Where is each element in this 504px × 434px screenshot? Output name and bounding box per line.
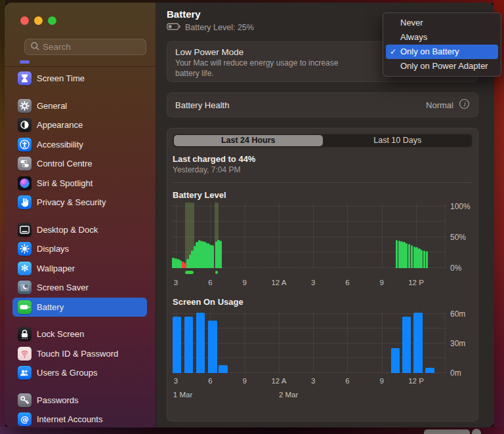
- tab-last-10-days[interactable]: Last 10 Days: [324, 134, 472, 147]
- search-icon: [30, 41, 39, 53]
- cutoff-button[interactable]: [424, 429, 470, 434]
- plot-area: [173, 311, 446, 373]
- chart-bar: [196, 313, 205, 373]
- sidebar-item-label: Accessibility: [37, 140, 83, 149]
- y-axis-label: 0m: [450, 368, 461, 378]
- accessibility-icon: [18, 138, 32, 151]
- h-gridline: [173, 313, 446, 314]
- search-field[interactable]: [24, 39, 146, 55]
- date-label: 2 Mar: [279, 391, 298, 399]
- tab-last-24-hours[interactable]: Last 24 Hours: [174, 135, 323, 146]
- wallpaper-icon: ✻: [18, 262, 32, 275]
- sidebar-item-label: Internet Accounts: [37, 414, 102, 424]
- sidebar-item-label: Control Centre: [37, 159, 93, 168]
- sidebar-item-label: Wallpaper: [37, 264, 75, 273]
- lock-screen-icon: [18, 327, 32, 341]
- sidebar-item-touch-id-password[interactable]: Touch ID & Password: [12, 344, 147, 363]
- date-labels: 1 Mar2 Mar: [173, 391, 446, 400]
- check-icon: ✓: [390, 45, 396, 59]
- sidebar-item-siri-spotlight[interactable]: Siri & Spotlight: [12, 174, 147, 193]
- sidebar-item-appearance[interactable]: Appearance: [12, 115, 147, 134]
- v-gridline: [245, 204, 245, 268]
- sidebar-item-accessibility[interactable]: Accessibility: [12, 135, 147, 154]
- sidebar-item-screen-saver[interactable]: Screen Saver: [12, 278, 147, 297]
- menu-item-always[interactable]: Always: [386, 30, 498, 45]
- x-axis-tick: 12 P: [408, 279, 424, 286]
- menu-item-label: Only on Power Adapter: [400, 61, 488, 71]
- x-axis-tick: 9: [242, 377, 246, 385]
- x-axis-tick: 12 A: [271, 377, 286, 385]
- sidebar-item-label: Screen Time: [37, 73, 85, 83]
- y-axis-label: 30m: [450, 339, 465, 348]
- menu-item-only-on-battery[interactable]: ✓ Only on Battery: [386, 45, 498, 59]
- sidebar-item-internet-accounts[interactable]: @Internet Accounts: [12, 410, 147, 427]
- x-axis-ticks: 36912 A36912 P: [173, 279, 446, 288]
- sidebar-item-wallpaper[interactable]: ✻Wallpaper: [12, 259, 147, 278]
- sidebar-list: Screen TimeGeneralAppearanceAccessibilit…: [12, 69, 147, 427]
- sidebar-item-privacy-security[interactable]: Privacy & Security: [12, 193, 147, 212]
- sidebar-item-displays[interactable]: Displays: [12, 239, 147, 258]
- sidebar-item-desktop-dock[interactable]: Desktop & Dock: [12, 220, 147, 239]
- sidebar-item-battery[interactable]: Battery: [12, 298, 147, 317]
- chart-bar: [211, 245, 213, 268]
- v-gridline: [313, 204, 314, 268]
- touch-id-icon: [18, 347, 32, 361]
- x-axis-tick: 12 A: [271, 279, 286, 286]
- sidebar-item-screen-time[interactable]: Screen Time: [12, 69, 147, 88]
- date-label: 1 Mar: [173, 391, 192, 399]
- x-axis-tick: 3: [311, 377, 315, 385]
- screen-on-usage-chart: 60m30m0m36912 A36912 P1 Mar2 Mar: [173, 311, 478, 400]
- x-axis-tick: 6: [345, 377, 349, 385]
- charging-marker: [215, 271, 218, 274]
- chart-area: 60m30m0m: [173, 311, 478, 373]
- battery-health-label: Battery Health: [175, 100, 426, 110]
- sidebar-item-label: Screen Saver: [37, 283, 89, 292]
- low-power-mode-description: Your Mac will reduce energy usage to inc…: [175, 58, 354, 79]
- sidebar-item-passwords[interactable]: Passwords: [12, 391, 147, 410]
- chart-bar: [408, 244, 410, 268]
- v-gridline: [279, 204, 280, 268]
- x-axis-tick: 6: [345, 279, 349, 286]
- cutoff-help-button[interactable]: [472, 429, 481, 434]
- sidebar-item-users-groups[interactable]: Users & Groups: [12, 363, 147, 382]
- general-icon: [18, 99, 32, 113]
- appearance-icon: [18, 118, 32, 132]
- close-button[interactable]: [20, 16, 29, 25]
- y-axis-label: 0%: [450, 264, 461, 273]
- sidebar-item-control-centre[interactable]: Control Centre: [12, 154, 147, 173]
- h-gridline: [173, 221, 446, 222]
- sidebar-item-label: Lock Screen: [37, 329, 84, 339]
- x-axis-tick: 12 P: [408, 377, 424, 385]
- zoom-button[interactable]: [48, 16, 56, 25]
- x-axis-tick: 3: [174, 377, 178, 385]
- y-axis-labels: 60m30m0m: [446, 311, 478, 373]
- divider: [173, 182, 472, 183]
- minimize-button[interactable]: [34, 16, 43, 25]
- internet-accounts-icon: @: [18, 412, 32, 426]
- battery-status-icon: [167, 22, 181, 33]
- menu-item-never[interactable]: Never: [386, 16, 498, 30]
- chart-bar: [173, 317, 182, 373]
- menu-item-label: Never: [400, 18, 423, 28]
- sidebar-item-general[interactable]: General: [12, 96, 147, 115]
- last-charged-time: Yesterday, 7:04 PM: [173, 165, 478, 174]
- sidebar-item-lock-screen[interactable]: Lock Screen: [12, 325, 147, 344]
- info-icon[interactable]: i: [459, 98, 470, 112]
- battery-level-chart: 100%50%0%36912 A36912 P: [173, 204, 478, 288]
- search-input[interactable]: [43, 42, 121, 52]
- x-axis-tick: 9: [380, 377, 384, 385]
- displays-icon: [18, 242, 32, 256]
- x-axis-tick: 6: [208, 377, 212, 385]
- menu-item-only-on-power-adapter[interactable]: Only on Power Adapter: [386, 59, 498, 73]
- y-axis-label: 50%: [450, 233, 466, 242]
- y-axis-label: 60m: [450, 309, 465, 319]
- chart-bar: [421, 250, 423, 268]
- chart-bar: [184, 317, 194, 373]
- screen-time-icon: [18, 71, 32, 85]
- battery-icon: [18, 300, 32, 314]
- chart-bar: [208, 321, 217, 373]
- menu-item-label: Only on Battery: [400, 47, 459, 56]
- battery-level-status: Battery Level: 25%: [185, 23, 254, 32]
- sidebar-group: Screen Time: [12, 69, 147, 88]
- chart-bar: [411, 245, 413, 268]
